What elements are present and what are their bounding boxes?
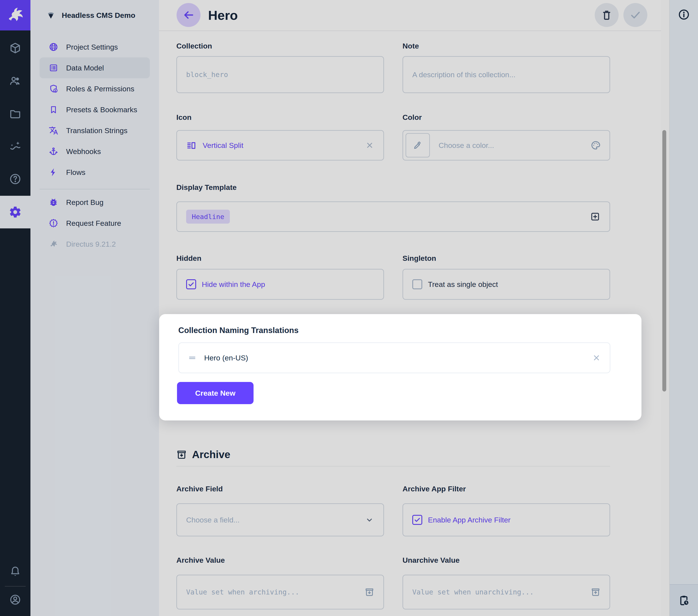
singleton-field-label: Singleton	[403, 254, 436, 262]
info-icon	[678, 9, 690, 20]
drag-handle-icon[interactable]	[188, 353, 197, 362]
nav-item-label: Flows	[66, 168, 85, 177]
checkbox-checked-icon[interactable]	[186, 279, 196, 289]
vertical-split-icon	[186, 140, 196, 150]
collections-box-icon	[9, 42, 22, 54]
archive-app-filter-toggle[interactable]: Enable App Archive Filter	[403, 503, 610, 536]
color-input[interactable]: Choose a color...	[403, 130, 610, 161]
nav-divider	[40, 189, 150, 190]
nav-item-request-feature[interactable]: Request Feature	[40, 213, 150, 234]
module-bar	[0, 0, 30, 616]
collection-field-label: Collection	[176, 42, 212, 50]
color-placeholder: Choose a color...	[438, 141, 494, 150]
nav-item-roles-permissions[interactable]: Roles & Permissions	[40, 78, 150, 99]
unarchive-arrow-up-icon	[591, 587, 600, 597]
archive-divider	[176, 466, 610, 467]
module-insights[interactable]	[0, 131, 30, 161]
module-account[interactable]	[0, 588, 30, 612]
module-collections[interactable]	[0, 33, 30, 63]
directus-version: Directus 9.21.2	[40, 234, 150, 255]
color-field-label: Color	[403, 113, 422, 122]
singleton-toggle[interactable]: Treat as single object	[403, 269, 610, 300]
bug-icon	[49, 197, 58, 207]
nav-item-project-settings[interactable]: Project Settings	[40, 37, 150, 57]
archive-app-filter-label: Archive App Filter	[403, 484, 466, 493]
module-notifications[interactable]	[0, 557, 30, 587]
module-users[interactable]	[0, 66, 30, 96]
eyedropper-icon	[413, 140, 423, 150]
module-settings[interactable]	[0, 196, 30, 228]
back-button[interactable]	[177, 3, 200, 27]
translation-list-item[interactable]: Hero (en-US)	[178, 342, 610, 373]
project-info[interactable]: Headless CMS Demo	[30, 0, 159, 30]
module-help[interactable]	[0, 164, 30, 194]
shield-person-icon	[49, 84, 58, 94]
arrow-left-icon	[182, 9, 195, 21]
nav-item-label: Webhooks	[66, 147, 101, 156]
note-placeholder: A description of this collection...	[412, 70, 515, 79]
note-field-label: Note	[403, 42, 419, 50]
save-button[interactable]	[624, 3, 647, 27]
page-title: Hero	[208, 0, 238, 30]
nav-item-label: Project Settings	[66, 43, 118, 51]
module-files[interactable]	[0, 98, 30, 129]
account-circle-icon	[9, 593, 21, 606]
list-alt-icon	[49, 63, 58, 73]
icon-value: Vertical Split	[203, 141, 243, 150]
collection-input[interactable]: block_hero	[176, 56, 384, 93]
delete-button[interactable]	[595, 3, 619, 27]
settings-gear-icon	[9, 206, 22, 219]
nav-item-report-bug[interactable]: Report Bug	[40, 192, 150, 213]
display-template-label: Display Template	[176, 183, 237, 192]
archive-value-input[interactable]: Value set when archiving...	[176, 575, 384, 610]
settings-nav: Headless CMS Demo Project Settings	[30, 0, 159, 616]
nav-item-webhooks[interactable]: Webhooks	[40, 141, 150, 162]
new-releases-icon	[49, 218, 58, 228]
archive-section-header: Archive	[176, 449, 230, 461]
nav-item-flows[interactable]: Flows	[40, 162, 150, 183]
users-icon	[9, 74, 22, 87]
add-box-icon[interactable]	[590, 211, 600, 222]
nav-item-label: Request Feature	[66, 219, 121, 228]
singleton-checkbox-label: Treat as single object	[428, 280, 498, 289]
checkbox-checked-icon[interactable]	[412, 515, 422, 525]
files-folder-icon	[9, 107, 22, 120]
checkbox-unchecked-icon[interactable]	[412, 279, 422, 289]
rabbit-logo-icon	[5, 5, 26, 26]
hidden-toggle[interactable]: Hide within the App	[176, 269, 384, 300]
info-sidebar-toggle[interactable]	[670, 9, 698, 20]
create-new-button[interactable]: Create New	[177, 382, 253, 404]
help-icon	[9, 173, 22, 185]
nav-item-presets-bookmarks[interactable]: Presets & Bookmarks	[40, 99, 150, 120]
version-label: Directus 9.21.2	[66, 240, 116, 248]
remove-translation-x-icon[interactable]	[592, 353, 601, 362]
collection-naming-translations-panel: Collection Naming Translations Hero (en-…	[159, 314, 641, 421]
archive-field-placeholder: Choose a field...	[186, 516, 240, 524]
icon-input[interactable]: Vertical Split	[176, 130, 384, 161]
project-name: Headless CMS Demo	[62, 11, 135, 19]
bookmark-icon	[49, 105, 58, 114]
notifications-bell-icon	[9, 565, 21, 578]
archive-arrow-down-icon	[365, 587, 374, 597]
note-input[interactable]: A description of this collection...	[403, 56, 610, 93]
archive-field-select[interactable]: Choose a field...	[176, 503, 384, 536]
icon-field-label: Icon	[176, 113, 192, 122]
translation-item-label: Hero (en-US)	[204, 354, 248, 362]
palette-icon[interactable]	[590, 140, 601, 151]
chevron-down-icon	[365, 515, 374, 525]
nav-item-data-model[interactable]: Data Model	[40, 57, 150, 78]
template-field-chip[interactable]: Headline	[186, 210, 230, 223]
revisions-sidebar-section[interactable]	[670, 584, 698, 616]
clear-icon-x-icon[interactable]	[365, 141, 374, 150]
directus-logo[interactable]	[0, 0, 30, 30]
eyedropper-button[interactable]	[406, 133, 430, 158]
scrollbar-thumb[interactable]	[662, 130, 666, 392]
nav-item-label: Roles & Permissions	[66, 85, 135, 93]
check-icon	[629, 9, 641, 21]
nav-item-label: Data Model	[66, 64, 104, 72]
nav-item-translation-strings[interactable]: Translation Strings	[40, 120, 150, 141]
clipboard-clock-icon	[678, 594, 690, 606]
module-bar-divider	[5, 586, 26, 587]
unarchive-value-input[interactable]: Value set when unarchiving...	[403, 575, 610, 610]
display-template-input[interactable]: Headline	[176, 202, 610, 232]
